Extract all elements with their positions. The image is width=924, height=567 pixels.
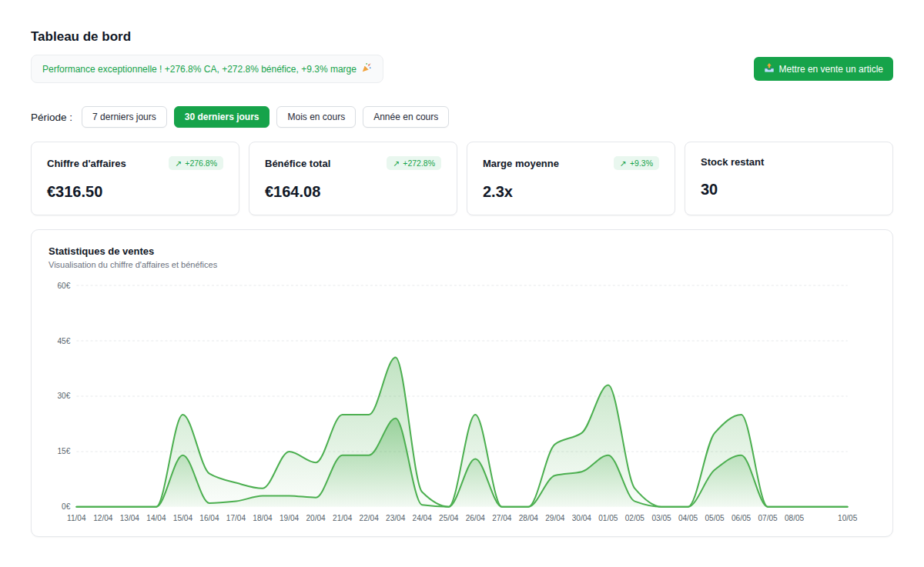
stat-card: Bénéfice total↗+272.8%€164.08: [249, 142, 457, 215]
svg-text:19/04: 19/04: [280, 514, 300, 522]
svg-text:27/04: 27/04: [492, 514, 512, 522]
svg-text:11/04: 11/04: [67, 514, 86, 522]
page-title: Tableau de bord: [31, 29, 893, 45]
svg-text:60€: 60€: [57, 282, 70, 290]
svg-text:04/05: 04/05: [678, 514, 698, 522]
stat-value: €316.50: [47, 183, 223, 201]
stat-value: €164.08: [265, 183, 441, 201]
svg-text:10/05: 10/05: [838, 514, 858, 522]
svg-text:30/04: 30/04: [572, 514, 592, 522]
svg-text:22/04: 22/04: [360, 514, 380, 522]
stat-label: Stock restant: [701, 156, 764, 168]
chart-title: Statistiques de ventes: [49, 245, 875, 257]
period-option[interactable]: 30 derniers jours: [174, 106, 270, 128]
svg-text:08/05: 08/05: [785, 514, 805, 522]
svg-text:24/04: 24/04: [413, 514, 433, 522]
period-option[interactable]: Année en cours: [363, 106, 449, 128]
svg-text:21/04: 21/04: [333, 514, 353, 522]
trend-badge-value: +276.8%: [185, 158, 217, 168]
stat-label: Bénéfice total: [265, 158, 330, 169]
svg-text:30€: 30€: [57, 392, 70, 400]
period-options: 7 derniers jours30 derniers joursMois en…: [82, 106, 449, 128]
stat-label: Chiffre d'affaires: [47, 158, 126, 169]
header-row: Performance exceptionnelle ! +276.8% CA,…: [31, 55, 893, 83]
party-popper-icon: [361, 62, 372, 75]
svg-text:06/05: 06/05: [732, 514, 752, 522]
trend-up-icon: ↗: [393, 158, 400, 168]
trend-badge: ↗+9.3%: [614, 156, 659, 170]
sell-button[interactable]: Mettre en vente un article: [754, 57, 893, 81]
chart-subtitle: Visualisation du chiffre d'affaires et b…: [49, 260, 875, 269]
trend-up-icon: ↗: [175, 158, 182, 168]
banner-text: Performance exceptionnelle ! +276.8% CA,…: [42, 64, 357, 75]
period-selector: Période : 7 derniers jours30 derniers jo…: [31, 106, 893, 128]
svg-text:15€: 15€: [57, 447, 70, 455]
outbox-tray-icon: [764, 62, 775, 75]
svg-text:01/05: 01/05: [598, 514, 618, 522]
svg-text:17/04: 17/04: [226, 514, 246, 522]
trend-badge: ↗+272.8%: [387, 156, 441, 170]
performance-banner: Performance exceptionnelle ! +276.8% CA,…: [31, 55, 383, 83]
trend-up-icon: ↗: [620, 158, 627, 168]
svg-text:14/04: 14/04: [146, 514, 166, 522]
trend-badge-value: +272.8%: [403, 158, 435, 168]
svg-text:20/04: 20/04: [306, 514, 326, 522]
svg-text:02/05: 02/05: [625, 514, 645, 522]
svg-text:45€: 45€: [57, 337, 70, 345]
stat-value: 2.3x: [483, 183, 659, 201]
stat-card: Chiffre d'affaires↗+276.8%€316.50: [31, 142, 239, 215]
sales-chart-card: Statistiques de ventes Visualisation du …: [31, 229, 893, 537]
svg-text:03/05: 03/05: [651, 514, 671, 522]
stat-card: Stock restant30: [685, 142, 893, 215]
period-label: Période :: [31, 112, 72, 123]
svg-text:13/04: 13/04: [120, 514, 140, 522]
trend-badge-value: +9.3%: [630, 158, 653, 168]
stats-row: Chiffre d'affaires↗+276.8%€316.50Bénéfic…: [31, 142, 893, 215]
svg-text:07/05: 07/05: [758, 514, 778, 522]
svg-text:16/04: 16/04: [199, 514, 219, 522]
sell-button-label: Mettre en vente un article: [779, 64, 883, 75]
svg-text:15/04: 15/04: [173, 514, 193, 522]
svg-text:18/04: 18/04: [253, 514, 273, 522]
dashboard-page: Tableau de bord Performance exceptionnel…: [0, 0, 924, 537]
svg-text:25/04: 25/04: [439, 514, 459, 522]
svg-text:23/04: 23/04: [386, 514, 406, 522]
svg-text:0€: 0€: [62, 502, 71, 511]
stat-card: Marge moyenne↗+9.3%2.3x: [467, 142, 675, 215]
svg-text:05/05: 05/05: [705, 514, 725, 522]
trend-badge: ↗+276.8%: [169, 156, 223, 170]
svg-text:29/04: 29/04: [545, 514, 565, 522]
period-option[interactable]: Mois en cours: [276, 106, 356, 128]
sales-area-chart[interactable]: 0€15€30€45€60€11/0412/0413/0414/0415/041…: [49, 278, 875, 525]
stat-value: 30: [701, 181, 877, 198]
svg-text:26/04: 26/04: [466, 514, 486, 522]
period-option[interactable]: 7 derniers jours: [82, 106, 167, 128]
stat-label: Marge moyenne: [483, 158, 559, 169]
svg-text:12/04: 12/04: [93, 514, 113, 522]
svg-text:28/04: 28/04: [519, 514, 539, 522]
